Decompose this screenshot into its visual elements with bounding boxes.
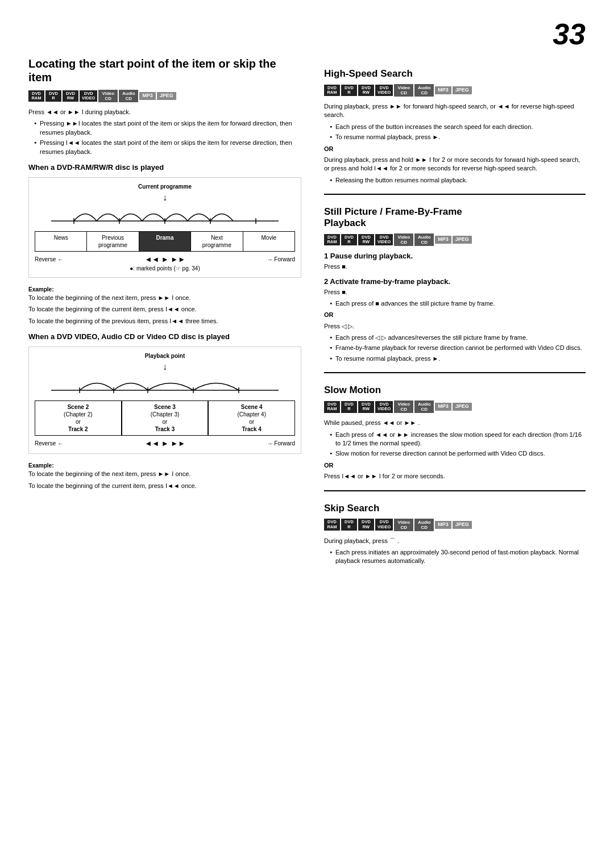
hs-bullet1: Each press of the button increases the s… [330, 123, 586, 131]
badge-video-cd-sp: VideoCD [394, 233, 413, 246]
badge-audio-cd-sp: AudioCD [414, 233, 434, 246]
badge-row-sm: DVDRAM DVDR DVDRW DVDVIDEO VideoCD Audio… [324, 400, 586, 413]
bullet-item: Pressing ►►I locates the start point of … [34, 119, 301, 137]
badge-dvd-ram-sm: DVDRAM [324, 401, 340, 413]
right-column: High-Speed Search DVDRAM DVDR DVDRW DVDV… [324, 57, 586, 569]
marked-points-note: ●: marked points (☞ pg. 34) [35, 265, 295, 272]
step2-or-bullet1: Each press of ◁ ▷ advances/reverses the … [330, 333, 586, 342]
two-column-layout: Locating the start point of the item or … [28, 57, 586, 569]
badge-dvd-video: DVDVIDEO [80, 90, 97, 102]
badge-dvd-r-ss: DVDR [341, 519, 357, 531]
badge-video-cd: VideoCD [98, 90, 118, 102]
rewind-icon2: ◄◄ ► ►► [145, 439, 186, 448]
hs-intro: During playback, press ►► for forward hi… [324, 102, 586, 120]
badge-jpeg: JPEG [157, 92, 176, 100]
step2-or: OR [324, 311, 586, 319]
scene-2: Scene 2(Chapter 2)orTrack 2 [35, 400, 122, 436]
high-speed-title: High-Speed Search [324, 68, 586, 80]
badge-dvd-rw-hs: DVDRW [358, 85, 374, 97]
hs-or-bullet1: Releasing the button resumes normal play… [330, 176, 586, 185]
hs-or-bullets: Releasing the button resumes normal play… [324, 176, 586, 185]
example1-line2: To locate the beginning of the current i… [28, 305, 301, 314]
badge-dvd-ram-sp: DVDRAM [324, 234, 340, 246]
badge-video-cd-sm: VideoCD [394, 400, 413, 413]
ss-bullet1: Each press initiates an approximately 30… [330, 548, 586, 566]
badge-dvd-r: DVDR [45, 90, 61, 102]
page-container: 33 Locating the start point of the item … [0, 0, 614, 868]
badge-row-sp: DVDRAM DVDR DVDRW DVDVIDEO VideoCD Audio… [324, 233, 586, 246]
example2-line2: To locate the beginning of the current i… [28, 482, 301, 490]
sm-bullets: Each press of ◄◄ or ►► increases the slo… [324, 431, 586, 458]
intro-bullets: Pressing ►►I locates the start point of … [28, 119, 301, 156]
intro-text: Press ◄◄ or ►► I during playback. [28, 108, 301, 116]
step2-or-text: Press ◁ ▷. [324, 322, 586, 331]
badge-jpeg-hs: JPEG [453, 86, 472, 94]
segment-movie: Movie [243, 232, 294, 251]
badge-dvd-video-hs: DVDVIDEO [375, 85, 393, 97]
badge-dvd-ram: DVDRAM [28, 90, 44, 102]
example1-label: Example: [28, 286, 301, 293]
example2-line1: To locate the beginning of the next item… [28, 470, 301, 478]
badge-dvd-r-hs: DVDR [341, 85, 357, 97]
reverse-label2: Reverse ← [35, 440, 63, 446]
sm-intro: While paused, press ◄◄ or ►► . [324, 419, 586, 427]
diagram2-arcs-svg [35, 373, 295, 396]
step2-bullets: Each press of ■ advances the still pictu… [324, 299, 586, 308]
badge-dvd-video-sp: DVDVIDEO [375, 234, 393, 246]
badge-audio-cd-ss: AudioCD [414, 519, 434, 531]
diagram2: Playback point ↓ Scene 2(Chapte [28, 347, 301, 454]
badge-row-hs: DVDRAM DVDR DVDRW DVDVIDEO VideoCD Audio… [324, 84, 586, 97]
page-number: 33 [553, 17, 586, 51]
divider2 [324, 372, 586, 373]
scene-4: Scene 4(Chapter 4)orTrack 4 [208, 400, 295, 436]
divider1 [324, 194, 586, 195]
scene-3: Scene 3(Chapter 3)orTrack 3 [122, 400, 209, 436]
left-column: Locating the start point of the item or … [28, 57, 301, 569]
segment-previous: Previousprogramme [87, 232, 139, 251]
forward-label2: → Forward [267, 440, 295, 446]
badge-dvd-video-sm: DVDVIDEO [375, 401, 393, 413]
segment-next: Nextprogramme [191, 232, 243, 251]
sm-bullet1: Each press of ◄◄ or ►► increases the slo… [330, 431, 586, 448]
divider3 [324, 490, 586, 491]
hs-or-text: During playback, press and hold ►► I for… [324, 156, 586, 173]
badge-dvd-ram-ss: DVDRAM [324, 519, 340, 531]
badge-mp3: MP3 [139, 92, 156, 100]
rewind-icon: ◄◄ ► ►► [145, 255, 186, 264]
diagram1-arcs-svg [35, 204, 295, 227]
bullet-item: Pressing I◄◄ locates the start point of … [34, 139, 301, 156]
sm-bullet2: Slow motion for reverse direction cannot… [330, 449, 586, 458]
section2-title: When a DVD VIDEO, Audio CD or Video CD d… [28, 332, 301, 341]
badge-dvd-rw-sp: DVDRW [358, 234, 374, 246]
step1-heading: 1 Pause during playback. [324, 252, 586, 260]
badge-mp3-sp: MP3 [435, 236, 451, 244]
segment-drama: Drama [139, 232, 191, 251]
badge-audio-cd-sm: AudioCD [414, 400, 434, 413]
badge-mp3-ss: MP3 [435, 521, 451, 529]
skip-search-title: Skip Search [324, 503, 586, 514]
badge-mp3-sm: MP3 [435, 403, 451, 411]
scene-row: Scene 2(Chapter 2)orTrack 2 Scene 3(Chap… [35, 400, 295, 436]
example1-line3: To locate the beginning of the previous … [28, 317, 301, 326]
badge-dvd-rw-sm: DVDRW [358, 401, 374, 413]
badge-video-cd-ss: VideoCD [394, 519, 413, 531]
section1-title: When a DVD-RAM/RW/R disc is played [28, 163, 301, 172]
badge-dvd-r-sp: DVDR [341, 234, 357, 246]
badge-audio-cd: AudioCD [119, 90, 138, 102]
badge-dvd-rw: DVDRW [63, 90, 78, 102]
example2-label: Example: [28, 462, 301, 469]
step2-or-bullet2: Frame-by-frame playback for reverse dire… [330, 344, 586, 352]
diagram2-bottom: Reverse ← ◄◄ ► ►► → Forward [35, 439, 295, 448]
badge-row-ss: DVDRAM DVDR DVDRW DVDVIDEO VideoCD Audio… [324, 519, 586, 531]
example1-line1: To locate the beginning of the next item… [28, 294, 301, 302]
forward-label: → Forward [267, 256, 295, 262]
badge-jpeg-ss: JPEG [453, 521, 472, 529]
diagram2-top-label: Playback point [35, 353, 295, 359]
hs-bullet2: To resume normal playback, press ►. [330, 133, 586, 141]
badge-mp3-hs: MP3 [435, 86, 451, 94]
diagram1-bottom: Reverse ← ◄◄ ► ►► → Forward [35, 255, 295, 264]
sm-or-text: Press I◄◄ or ►► I for 2 or more seconds. [324, 472, 586, 481]
slow-motion-title: Slow Motion [324, 385, 586, 396]
step2-or-bullets: Each press of ◁ ▷ advances/reverses the … [324, 333, 586, 363]
step2-bullet1: Each press of ■ advances the still pictu… [330, 299, 586, 308]
